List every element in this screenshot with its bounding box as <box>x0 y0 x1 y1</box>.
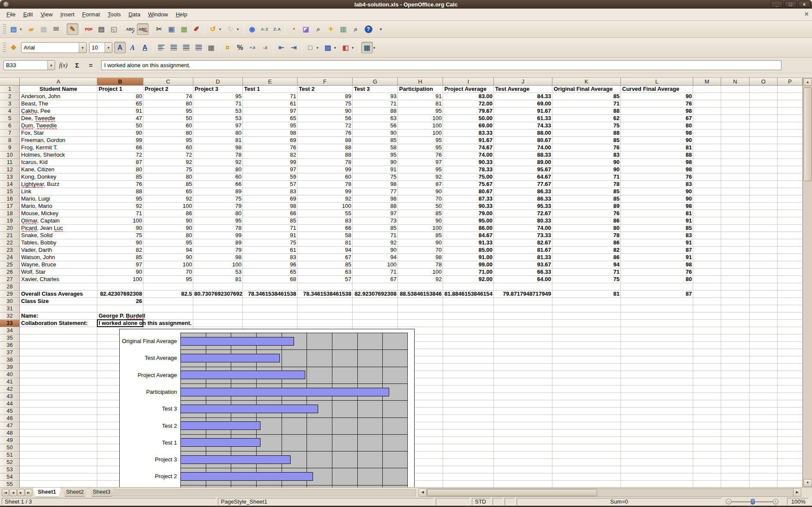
cell-O2[interactable] <box>750 93 778 100</box>
cell-K6[interactable]: 75 <box>552 122 621 130</box>
cell-J38[interactable] <box>494 356 552 364</box>
cell-P24[interactable] <box>778 254 803 261</box>
cell-P9[interactable] <box>778 144 803 151</box>
font-size-combo[interactable]: ▾ <box>89 42 112 53</box>
cell-G30[interactable] <box>353 298 398 305</box>
cell-L7[interactable]: 98 <box>621 130 693 137</box>
cell-P41[interactable] <box>778 378 803 386</box>
cell-K50[interactable] <box>552 444 621 451</box>
cell-E1[interactable]: Test 1 <box>243 86 298 93</box>
cell-E6[interactable]: 95 <box>243 122 298 130</box>
cell-H22[interactable]: 90 <box>398 239 443 247</box>
row-header-26[interactable]: 26 <box>0 269 20 276</box>
cell-G24[interactable]: 94 <box>353 254 398 261</box>
cell-I46[interactable] <box>443 415 494 422</box>
cell-N43[interactable] <box>721 393 750 400</box>
cell-I3[interactable]: 72.00 <box>443 100 494 108</box>
cell-P42[interactable] <box>778 386 803 393</box>
cell-O16[interactable] <box>750 195 778 203</box>
cell-P30[interactable] <box>778 298 803 305</box>
cell-O10[interactable] <box>750 151 778 159</box>
cell-E8[interactable]: 69 <box>243 137 298 144</box>
cell-K54[interactable] <box>552 473 621 481</box>
cell-J3[interactable]: 69.00 <box>494 100 552 108</box>
cell-N26[interactable] <box>721 269 750 276</box>
cell-P21[interactable] <box>778 232 803 239</box>
cell-K27[interactable]: 75 <box>552 276 621 283</box>
menu-help[interactable]: Help <box>172 9 191 20</box>
styles-icon[interactable]: ❖ <box>8 42 19 53</box>
row-header-6[interactable]: 6 <box>0 122 20 130</box>
cell-F1[interactable]: Test 2 <box>298 86 353 93</box>
cell-A30[interactable]: Class Size <box>20 298 97 305</box>
cell-A53[interactable] <box>20 466 97 473</box>
row-header-21[interactable]: 21 <box>0 232 20 239</box>
cell-N38[interactable] <box>721 356 750 364</box>
cell-A28[interactable] <box>20 283 97 291</box>
cell-J43[interactable] <box>494 393 552 400</box>
cell-P52[interactable] <box>778 459 803 466</box>
cell-P40[interactable] <box>778 371 803 378</box>
cell-G22[interactable]: 92 <box>353 239 398 247</box>
cell-I16[interactable]: 87.33 <box>443 195 494 203</box>
cell-K22[interactable]: 86 <box>552 239 621 247</box>
cell-N14[interactable] <box>721 181 750 188</box>
cell-M35[interactable] <box>693 334 721 342</box>
background-color-icon[interactable]: ▨ <box>322 42 334 53</box>
cell-K52[interactable] <box>552 459 621 466</box>
scroll-down-icon[interactable]: ▼ <box>803 479 812 487</box>
cell-L40[interactable] <box>621 371 693 378</box>
cell-M45[interactable] <box>693 408 721 415</box>
cell-M40[interactable] <box>693 371 721 378</box>
cell-M37[interactable] <box>693 349 721 356</box>
cell-J7[interactable]: 88.00 <box>494 130 552 137</box>
cell-G8[interactable]: 85 <box>353 137 398 144</box>
cell-E2[interactable]: 71 <box>243 93 298 100</box>
cell-P26[interactable] <box>778 269 803 276</box>
column-header-J[interactable]: J <box>494 78 552 86</box>
cell-I30[interactable] <box>443 298 494 305</box>
cell-H13[interactable]: 92 <box>398 173 443 181</box>
row-header-33[interactable]: 33 <box>0 320 20 327</box>
cell-O50[interactable] <box>750 444 778 451</box>
toolbar-options-icon[interactable]: ▾ <box>375 23 387 35</box>
cell-H3[interactable]: 81 <box>398 100 443 108</box>
row-header-5[interactable]: 5 <box>0 115 20 122</box>
cell-D7[interactable]: 80 <box>193 130 243 137</box>
cell-E12[interactable]: 97 <box>243 166 298 173</box>
cell-D9[interactable]: 98 <box>193 144 243 151</box>
cell-J25[interactable]: 93.67 <box>494 261 552 269</box>
cell-I25[interactable]: 99.00 <box>443 261 494 269</box>
cell-O27[interactable] <box>750 276 778 283</box>
cell-B10[interactable]: 72 <box>97 151 143 159</box>
cell-K14[interactable]: 78 <box>552 181 621 188</box>
cell-H7[interactable]: 100 <box>398 130 443 137</box>
cell-I36[interactable] <box>443 342 494 349</box>
cell-A45[interactable] <box>20 408 97 415</box>
row-header-47[interactable]: 47 <box>0 422 20 430</box>
cell-A39[interactable] <box>20 364 97 371</box>
cell-C12[interactable]: 75 <box>143 166 193 173</box>
cell-P34[interactable] <box>778 327 803 334</box>
cell-M5[interactable] <box>693 115 721 122</box>
cell-H8[interactable]: 95 <box>398 137 443 144</box>
cell-I18[interactable]: 79.00 <box>443 210 494 217</box>
cell-K36[interactable] <box>552 342 621 349</box>
cell-E14[interactable]: 57 <box>243 181 298 188</box>
cell-L18[interactable]: 81 <box>621 210 693 217</box>
cell-O31[interactable] <box>750 305 778 312</box>
cell-K49[interactable] <box>552 437 621 444</box>
increase-indent-icon[interactable]: ⇥ <box>288 42 300 53</box>
cell-L14[interactable]: 83 <box>621 181 693 188</box>
cell-A27[interactable]: Xavier, Charles <box>20 276 97 283</box>
cell-A24[interactable]: Watson, John <box>20 254 97 261</box>
cell-B29[interactable]: 82.42307692308 <box>97 291 143 298</box>
cell-N52[interactable] <box>721 459 750 466</box>
row-header-18[interactable]: 18 <box>0 210 20 217</box>
paste-icon[interactable]: ▦ <box>178 23 190 35</box>
cell-N15[interactable] <box>721 188 750 195</box>
cell-O1[interactable] <box>750 86 778 93</box>
cell-L52[interactable] <box>621 459 693 466</box>
cell-L9[interactable]: 81 <box>621 144 693 151</box>
cell-K26[interactable]: 71 <box>552 269 621 276</box>
